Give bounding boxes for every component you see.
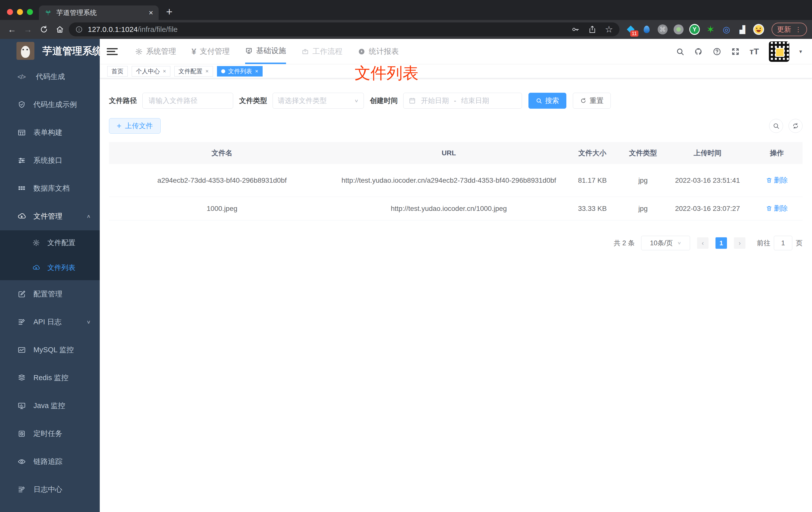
topnav-infrastructure[interactable]: 基础设施 <box>245 39 286 64</box>
tab-close-icon[interactable]: × <box>149 8 153 17</box>
topnav-system[interactable]: 系统管理 <box>135 39 176 64</box>
extension-badge: 11 <box>630 30 638 37</box>
goto-label: 前往 <box>757 239 770 247</box>
page-number-button[interactable]: 1 <box>716 237 727 249</box>
search-button[interactable]: 搜索 <box>528 93 567 109</box>
sidebar-item-config-management[interactable]: 配置管理 <box>0 280 100 308</box>
next-page-button[interactable]: › <box>734 237 746 249</box>
date-separator: - <box>454 97 456 105</box>
sidebar-toggle-icon[interactable] <box>107 47 118 57</box>
close-icon[interactable]: × <box>163 68 166 74</box>
sidebar-item-system-api[interactable]: 系统接口 <box>0 147 100 175</box>
page-size-select[interactable]: 10条/页 ∨ <box>641 236 690 250</box>
refresh-table-button[interactable] <box>788 119 803 133</box>
sidebar-item-api-log[interactable]: API 日志 ∨ <box>0 308 100 336</box>
top-navbar: 系统管理 ¥ 支付管理 基础设施 工作流程 统计报表 <box>100 39 812 64</box>
trash-icon <box>766 205 772 212</box>
profile-avatar[interactable] <box>753 24 764 35</box>
cell-size: 81.17 KB <box>562 177 622 184</box>
date-range-picker[interactable]: 开始日期 - 结束日期 <box>403 93 522 109</box>
password-key-icon[interactable] <box>571 25 580 34</box>
topnav-reports[interactable]: 统计报表 <box>358 39 399 64</box>
goto-page-input[interactable] <box>774 236 792 250</box>
extension-balloon-icon[interactable] <box>641 24 652 35</box>
refresh-icon <box>580 97 586 104</box>
sidebar-item-scheduled-jobs[interactable]: 定时任务 <box>0 420 100 448</box>
sidebar-item-db-doc[interactable]: 数据库文档 <box>0 175 100 203</box>
tag-file-list[interactable]: 文件列表 × <box>217 66 263 77</box>
tag-profile[interactable]: 个人中心 × <box>132 66 170 77</box>
cell-actions: 删除 <box>751 204 803 213</box>
sidebar-item-log-center[interactable]: 日志中心 <box>0 476 100 504</box>
user-avatar-qr[interactable] <box>769 41 789 62</box>
tag-home[interactable]: 首页 <box>107 66 128 77</box>
close-icon[interactable]: × <box>205 68 209 74</box>
chrome-update-button[interactable]: 更新 ⋮ <box>772 23 807 36</box>
extensions-puzzle-icon[interactable]: ▟ <box>737 24 748 35</box>
sidebar-item-file-list[interactable]: 文件列表 <box>0 255 100 280</box>
site-info-icon[interactable] <box>75 26 83 33</box>
fullscreen-icon[interactable] <box>731 48 740 56</box>
chevron-down-icon: ∨ <box>677 241 681 245</box>
font-size-icon[interactable]: тT <box>750 47 759 56</box>
tag-file-config[interactable]: 文件配置 × <box>174 66 213 77</box>
close-window-button[interactable] <box>7 9 13 15</box>
monitor-icon <box>18 401 26 410</box>
maximize-window-button[interactable] <box>27 9 33 15</box>
close-icon[interactable]: × <box>255 68 258 74</box>
forward-icon[interactable]: → <box>21 23 35 36</box>
gear-icon <box>32 239 40 246</box>
help-icon[interactable] <box>713 48 721 56</box>
file-type-select[interactable]: 请选择文件类型 ∨ <box>272 93 364 109</box>
sidebar-item-file-management[interactable]: 文件管理 ∧ <box>0 203 100 230</box>
delete-button[interactable]: 删除 <box>766 176 788 185</box>
browser-menu-icon[interactable]: ⋮ <box>795 26 802 33</box>
delete-button[interactable]: 删除 <box>766 204 788 213</box>
sidebar-item-code-demo[interactable]: 代码生成示例 <box>0 91 100 119</box>
upload-file-button[interactable]: + 上传文件 <box>109 118 161 133</box>
extension-eye-icon[interactable]: ◎ <box>721 24 732 35</box>
caret-down-icon[interactable]: ▾ <box>799 48 802 55</box>
sidebar-item-java-monitor[interactable]: Java 监控 <box>0 392 100 420</box>
end-date-placeholder[interactable]: 结束日期 <box>461 96 489 106</box>
home-icon[interactable] <box>53 23 67 36</box>
search-icon[interactable] <box>676 48 684 56</box>
gear-icon <box>135 48 143 55</box>
extension-y-icon[interactable]: Y <box>689 24 700 35</box>
bookmark-star-icon[interactable]: ☆ <box>605 24 613 35</box>
sidebar-item-form-builder[interactable]: 表单构建 <box>0 119 100 147</box>
extension-diamond-icon[interactable]: 11 <box>626 24 636 35</box>
github-icon[interactable] <box>694 48 703 56</box>
sidebar-logo[interactable]: 芋道管理系统 <box>0 39 100 63</box>
sidebar-item-tracing[interactable]: 链路追踪 <box>0 448 100 476</box>
yen-icon: ¥ <box>192 47 196 56</box>
extension-star-icon[interactable]: ✶ <box>705 24 716 35</box>
reload-icon[interactable] <box>37 23 51 36</box>
start-date-placeholder[interactable]: 开始日期 <box>421 96 449 106</box>
sidebar: 芋道管理系统 </> 代码生成 代码生成示例 表单构建 系统接口 数据库文档 文… <box>0 39 100 512</box>
share-icon[interactable] <box>588 25 597 34</box>
url-host: 127.0.0.1:1024 <box>88 25 138 33</box>
minimize-window-button[interactable] <box>17 9 23 15</box>
sidebar-item-file-config[interactable]: 文件配置 <box>0 230 100 255</box>
sidebar-item-redis-monitor[interactable]: Redis 监控 <box>0 364 100 392</box>
reset-button[interactable]: 重置 <box>573 93 611 109</box>
chevron-down-icon: ∨ <box>354 98 358 103</box>
extension-dot-icon[interactable] <box>673 24 684 35</box>
browser-tab-title: 芋道管理系统 <box>56 8 144 17</box>
top-menu: 系统管理 ¥ 支付管理 基础设施 工作流程 统计报表 <box>135 39 399 64</box>
back-icon[interactable]: ← <box>5 23 19 36</box>
new-tab-button[interactable]: + <box>158 5 173 20</box>
log-center-icon <box>18 485 26 494</box>
topnav-payment[interactable]: ¥ 支付管理 <box>192 39 230 64</box>
topnav-workflow[interactable]: 工作流程 <box>301 39 342 64</box>
file-path-input[interactable] <box>142 93 233 109</box>
cell-url: http://test.yudao.iocoder.cn/a294ecb2-73… <box>335 175 562 186</box>
address-bar[interactable]: 127.0.0.1:1024/infra/file/file ☆ <box>69 23 619 36</box>
browser-tab[interactable]: 芋道管理系统 × <box>39 5 158 20</box>
sidebar-item-code-gen[interactable]: </> 代码生成 <box>0 63 100 91</box>
toggle-search-button[interactable] <box>769 119 783 133</box>
sidebar-item-mysql-monitor[interactable]: MySQL 监控 <box>0 336 100 364</box>
prev-page-button[interactable]: ‹ <box>697 237 708 249</box>
extension-command-icon[interactable]: ⌘ <box>657 24 668 35</box>
